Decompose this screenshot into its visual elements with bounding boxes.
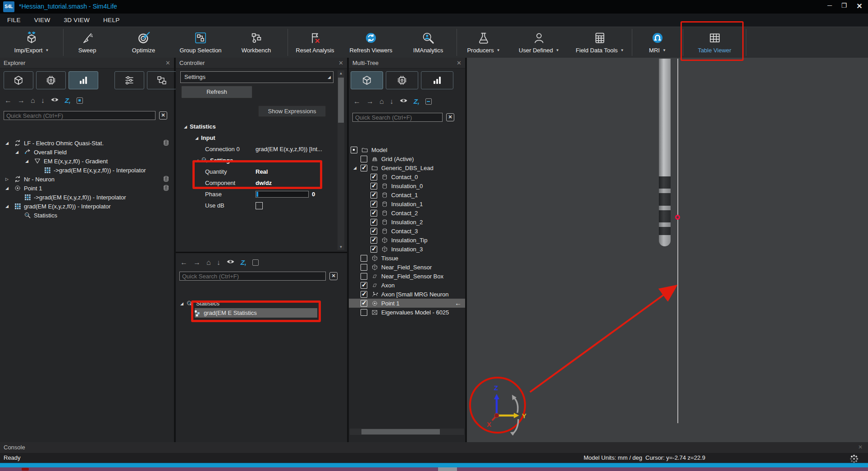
dropdown-caret-icon[interactable]: ▼ [556,48,559,52]
explorer-search-input[interactable] [4,111,155,120]
controller-scrollbar-thumb[interactable] [338,78,344,123]
toolbar-button-userdefined[interactable]: User Defined▼ [510,27,568,58]
back-icon[interactable]: ← [353,98,361,105]
zoom-z-icon[interactable]: Z, [414,98,420,105]
toolbar-button-impexport[interactable]: Imp/Export▼ [0,27,63,58]
tree-row[interactable]: Statistics [0,211,174,220]
dropdown-caret-icon[interactable]: ▼ [662,48,666,52]
model-tree-row[interactable]: Near_Field_Sensor [349,263,465,272]
model-tree-row[interactable]: Point 1← [349,299,465,308]
menu-view[interactable]: VIEW [34,17,50,23]
tab-chip[interactable] [386,71,418,89]
menu-file[interactable]: FILE [7,17,21,23]
minimize-button[interactable]: ─ [824,2,836,9]
maximize-button[interactable]: ❐ [838,2,850,9]
visibility-checkbox[interactable] [361,165,367,171]
visibility-checkbox[interactable] [370,201,377,208]
expander-icon[interactable]: ◢ [184,125,187,129]
home-icon[interactable]: ⌂ [31,97,35,104]
explorer-close-icon[interactable]: ✕ [165,60,170,66]
viewport-3d[interactable]: Z Y X [467,58,868,442]
forward-icon[interactable]: → [366,98,374,105]
visibility-checkbox[interactable] [361,255,367,262]
toolbar-button-fielddatatools[interactable]: Field Data Tools▼ [568,27,632,58]
toolbar-button-groupselection[interactable]: Group Selection [176,27,225,58]
toolbar-button-workbench[interactable]: Workbench [225,27,288,58]
expander-icon[interactable]: ◢ [25,159,33,163]
tab-chip[interactable] [36,71,66,89]
model-tree-row[interactable]: Insulation_Tip [349,236,465,245]
property-row[interactable]: Connection 0grad(EM E(x,y,z,f0)) [Int... [176,143,338,155]
use-db-checkbox[interactable] [256,202,263,209]
visibility-checkbox[interactable] [361,282,367,289]
model-tree-row[interactable]: Contact_3 [349,226,465,236]
multitree-hscroll-thumb[interactable] [361,429,440,434]
multitree-search-clear-icon[interactable]: ✕ [446,113,454,121]
controller-splitter[interactable] [176,252,347,253]
scroll-up-icon[interactable]: ▲ [338,71,344,75]
visibility-checkbox[interactable] [370,246,377,253]
eye-icon[interactable] [50,97,59,105]
visibility-checkbox[interactable] [370,219,377,226]
model-tree-row[interactable]: Contact_1 [349,190,465,199]
visibility-checkbox[interactable] [361,273,367,280]
property-value[interactable]: grad(EM E(x,y,z,f0)) [Int... [256,146,322,152]
multitree-search-input[interactable] [352,113,443,122]
expander-icon[interactable]: ◢ [353,166,356,170]
expander-icon[interactable]: ◢ [5,141,14,145]
tab-bars[interactable] [69,71,98,89]
model-tree-row[interactable]: Eigenvalues Model - 6025 [349,308,465,317]
forward-icon[interactable]: → [18,97,25,104]
selection-box-icon[interactable] [252,259,259,266]
visibility-checkbox[interactable] [370,228,377,235]
model-tree-row[interactable]: Axon [Small MRG Neuron [349,290,465,299]
tree-row[interactable]: ◢EM E(x,y,z,f0) - Gradient [0,157,174,166]
zoom-z-icon[interactable]: Z, [65,97,71,104]
tree-row[interactable]: ->grad(EM E(x,y,z,f0)) - Interpolator [0,166,174,175]
slider-handle[interactable] [256,192,258,197]
tab-sliders[interactable] [114,71,144,89]
tab-cube[interactable] [351,71,383,89]
down-icon[interactable]: ↓ [390,98,393,105]
expander-icon[interactable]: ▷ [5,177,14,181]
expander-icon[interactable]: ◢ [180,301,183,306]
back-icon[interactable]: ← [5,97,12,104]
visibility-checkbox[interactable] [351,147,357,153]
expander-icon[interactable]: ◢ [195,136,198,140]
model-tree-row[interactable]: Axon [349,281,465,290]
visibility-checkbox[interactable] [370,237,377,244]
refresh-button[interactable]: Refresh [181,86,252,98]
home-icon[interactable]: ⌂ [379,98,384,105]
dropdown-caret-icon[interactable]: ▼ [621,48,624,52]
multitree-close-icon[interactable]: ✕ [457,60,461,66]
model-tree-row[interactable]: Insulation_0 [349,181,465,190]
forward-icon[interactable]: → [193,259,201,266]
model-tree-row[interactable]: Insulation_1 [349,199,465,208]
menu-help[interactable]: HELP [103,17,119,23]
dbs-lead-model[interactable] [659,59,671,246]
controller-scrollbar[interactable]: ▲ ▼ [338,70,344,250]
tree-row[interactable]: ◢LF - Electro Ohmic Quasi-Stat. [0,139,174,148]
visibility-checkbox[interactable] [361,291,367,298]
property-row[interactable]: ◢Statistics [176,121,338,132]
tree-row[interactable]: ◢grad(EM E(x,y,z,f0)) - Interpolator [0,202,174,211]
phase-slider[interactable] [256,191,309,198]
down-icon[interactable]: ↓ [41,97,45,104]
tree-row[interactable]: ->grad(EM E(x,y,z,f0)) - Interpolator [0,193,174,202]
toolbar-button-imanalytics[interactable]: IMAnalytics [400,27,457,58]
toolbar-button-resetanalysis[interactable]: ✕Reset Analysis [288,27,342,58]
dropdown-caret-icon[interactable]: ▼ [45,48,49,52]
zoom-z-icon[interactable]: Z, [241,259,247,266]
toolbar-button-mri[interactable]: MRI▼ [632,27,683,58]
multitree-horizontal-scrollbar[interactable] [350,429,464,435]
visibility-checkbox[interactable] [370,174,377,180]
menu-3d-view[interactable]: 3D VIEW [64,17,90,23]
property-row[interactable]: Phase0 [176,189,338,200]
home-icon[interactable]: ⌂ [206,259,211,266]
expander-icon[interactable]: ◢ [15,150,23,154]
tab-cube[interactable] [4,71,33,89]
visibility-checkbox[interactable] [361,156,367,162]
visibility-checkbox[interactable] [361,309,367,316]
expander-icon[interactable]: ◢ [5,204,14,208]
visibility-checkbox[interactable] [370,210,377,217]
